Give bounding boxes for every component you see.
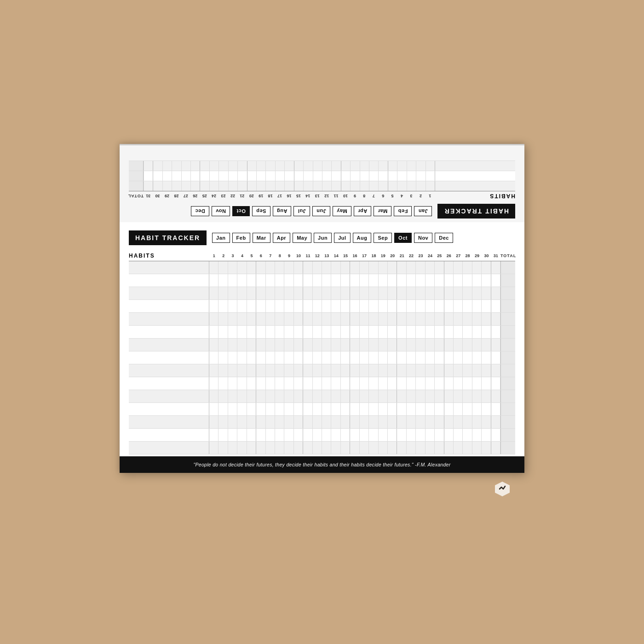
- day-cell[interactable]: [369, 326, 378, 338]
- day-cell[interactable]: [209, 403, 218, 415]
- day-cell[interactable]: [350, 287, 359, 299]
- day-cell[interactable]: [247, 416, 256, 428]
- day-cell[interactable]: [341, 339, 350, 351]
- day-cell[interactable]: [313, 429, 322, 441]
- day-cell[interactable]: [303, 403, 312, 415]
- day-cell[interactable]: [379, 403, 388, 415]
- day-cell[interactable]: [426, 274, 435, 287]
- day-cell[interactable]: [360, 261, 369, 274]
- day-cell[interactable]: [284, 403, 293, 415]
- day-cell[interactable]: [454, 403, 463, 415]
- day-cell[interactable]: [322, 429, 331, 441]
- day-cell[interactable]: [322, 261, 331, 274]
- day-cell[interactable]: [331, 313, 340, 325]
- day-cell[interactable]: [331, 287, 340, 299]
- habit-name-cell[interactable]: [129, 287, 209, 299]
- habit-name-cell[interactable]: [129, 390, 209, 402]
- month-tab-jan[interactable]: Jan: [212, 233, 230, 243]
- day-cell[interactable]: [426, 339, 435, 351]
- day-cell[interactable]: [322, 339, 331, 351]
- day-cell[interactable]: [247, 403, 256, 415]
- day-cell[interactable]: [444, 403, 454, 415]
- day-cell[interactable]: [228, 429, 237, 441]
- day-cell[interactable]: [397, 429, 406, 441]
- day-cell[interactable]: [284, 300, 293, 312]
- day-cell[interactable]: [407, 261, 416, 274]
- day-cell[interactable]: [303, 313, 312, 325]
- day-cell[interactable]: [275, 287, 284, 299]
- day-cell[interactable]: [360, 364, 369, 377]
- day-cell[interactable]: [247, 313, 256, 325]
- habit-name-cell[interactable]: [129, 429, 209, 441]
- day-cell[interactable]: [482, 326, 491, 338]
- day-cell[interactable]: [331, 351, 340, 364]
- habit-name-cell[interactable]: [129, 416, 209, 428]
- day-cell[interactable]: [435, 261, 444, 274]
- day-cell[interactable]: [491, 377, 500, 390]
- day-cell[interactable]: [444, 416, 454, 428]
- day-cell[interactable]: [237, 416, 247, 428]
- day-cell[interactable]: [426, 429, 435, 441]
- day-cell[interactable]: [463, 261, 472, 274]
- day-cell[interactable]: [247, 442, 256, 454]
- day-cell[interactable]: [435, 326, 444, 338]
- day-cell[interactable]: [369, 274, 378, 287]
- top-month-oct[interactable]: Oct: [232, 206, 250, 216]
- day-cell[interactable]: [209, 364, 218, 377]
- day-cell[interactable]: [482, 261, 491, 274]
- day-cell[interactable]: [416, 390, 425, 402]
- day-cell[interactable]: [369, 442, 378, 454]
- day-cell[interactable]: [379, 377, 388, 390]
- day-cell[interactable]: [472, 377, 482, 390]
- day-cell[interactable]: [303, 300, 312, 312]
- day-cell[interactable]: [454, 313, 463, 325]
- day-cell[interactable]: [284, 442, 293, 454]
- day-cell[interactable]: [350, 274, 359, 287]
- day-cell[interactable]: [247, 326, 256, 338]
- day-cell[interactable]: [228, 416, 237, 428]
- day-cell[interactable]: [379, 429, 388, 441]
- day-cell[interactable]: [247, 274, 256, 287]
- day-cell[interactable]: [379, 274, 388, 287]
- day-cell[interactable]: [435, 313, 444, 325]
- day-cell[interactable]: [294, 300, 303, 312]
- day-cell[interactable]: [454, 287, 463, 299]
- day-cell[interactable]: [435, 351, 444, 364]
- day-cell[interactable]: [369, 313, 378, 325]
- day-cell[interactable]: [416, 261, 425, 274]
- day-cell[interactable]: [237, 403, 247, 415]
- day-cell[interactable]: [360, 287, 369, 299]
- day-cell[interactable]: [463, 351, 472, 364]
- day-cell[interactable]: [266, 377, 275, 390]
- day-cell[interactable]: [322, 442, 331, 454]
- day-cell[interactable]: [397, 261, 406, 274]
- month-tab-dec[interactable]: Dec: [435, 233, 453, 243]
- day-cell[interactable]: [341, 261, 350, 274]
- day-cell[interactable]: [435, 416, 444, 428]
- day-cell[interactable]: [482, 429, 491, 441]
- day-cell[interactable]: [256, 416, 265, 428]
- day-cell[interactable]: [303, 442, 312, 454]
- day-cell[interactable]: [426, 351, 435, 364]
- day-cell[interactable]: [341, 429, 350, 441]
- top-month-dec[interactable]: Dec: [191, 206, 209, 216]
- day-cell[interactable]: [454, 339, 463, 351]
- day-cell[interactable]: [256, 261, 265, 274]
- day-cell[interactable]: [322, 390, 331, 402]
- day-cell[interactable]: [463, 390, 472, 402]
- day-cell[interactable]: [294, 313, 303, 325]
- day-cell[interactable]: [454, 390, 463, 402]
- day-cell[interactable]: [379, 351, 388, 364]
- day-cell[interactable]: [322, 351, 331, 364]
- day-cell[interactable]: [360, 339, 369, 351]
- day-cell[interactable]: [463, 287, 472, 299]
- day-cell[interactable]: [397, 442, 406, 454]
- habit-name-cell[interactable]: [129, 351, 209, 364]
- day-cell[interactable]: [284, 261, 293, 274]
- day-cell[interactable]: [472, 416, 482, 428]
- day-cell[interactable]: [407, 442, 416, 454]
- day-cell[interactable]: [266, 403, 275, 415]
- day-cell[interactable]: [407, 351, 416, 364]
- day-cell[interactable]: [237, 351, 247, 364]
- day-cell[interactable]: [237, 442, 247, 454]
